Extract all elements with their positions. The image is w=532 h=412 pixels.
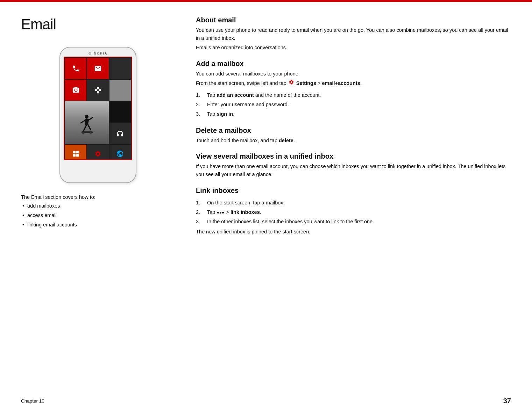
tile-black-1 (109, 101, 131, 122)
tile-gray-1 (109, 80, 131, 101)
link-step-num-1: 1. (196, 199, 206, 207)
phone-outer-shell: NOKIA (59, 47, 136, 183)
tile-office (65, 145, 86, 160)
add-mailbox-settings-para: From the start screen, swipe left and ta… (196, 79, 511, 88)
add-account-bold: add an account (217, 92, 254, 98)
svg-rect-10 (73, 151, 75, 153)
intro-text: The Email section covers how to: (21, 194, 175, 201)
heading-delete-mailbox: Delete a mailbox (196, 127, 511, 135)
tiles-grid (64, 57, 132, 145)
tile-gear (87, 145, 108, 160)
tile-dark-1 (109, 58, 131, 79)
bullet-item-1: add mailboxes (21, 201, 175, 211)
heading-about-email: About email (196, 16, 511, 24)
svg-line-4 (81, 120, 85, 123)
delete-mailbox-para: Touch and hold the mailbox, and tap dele… (196, 137, 511, 145)
sign-in-bold: sign in (217, 111, 233, 117)
step-num-1: 1. (196, 91, 206, 99)
step-num-3: 3. (196, 110, 206, 118)
tile-camera (65, 80, 86, 101)
svg-rect-11 (76, 151, 79, 153)
tile-ie (109, 145, 131, 160)
page-title: Email (21, 16, 175, 33)
heading-add-mailbox: Add a mailbox (196, 60, 511, 68)
svg-line-5 (88, 117, 93, 120)
link-inboxes-bold: link inboxes (230, 209, 260, 215)
svg-rect-12 (73, 154, 75, 157)
about-email-para1: You can use your phone to read and reply… (196, 26, 511, 42)
heading-view-unified: View several mailboxes in a unified inbo… (196, 152, 511, 160)
phone-camera (88, 52, 91, 55)
phone-bottom-area (63, 160, 133, 162)
svg-rect-13 (76, 154, 79, 157)
tile-email (87, 58, 108, 79)
left-column: Email NOKIA (21, 16, 175, 366)
step-2: 2. Enter your username and password. (196, 100, 511, 109)
right-column: About email You can use your phone to re… (196, 16, 511, 366)
tile-skater (65, 101, 109, 144)
page-footer: Chapter 10 37 (21, 397, 511, 405)
phone-mockup: NOKIA (21, 47, 175, 183)
phone-screen: ← ■ ○ (64, 57, 132, 160)
tile-headphones (109, 123, 131, 144)
step-1: 1. Tap add an account and the name of th… (196, 91, 511, 100)
add-mailbox-para1: You can add several mailboxes to your ph… (196, 70, 511, 78)
about-email-para2: Emails are organized into conversations. (196, 44, 511, 52)
dot-2 (220, 212, 221, 214)
bullet-item-3: linking email accounts (21, 220, 175, 230)
link-step-2: 2. Tap > link inboxes. (196, 208, 511, 217)
add-mailbox-steps: 1. Tap add an account and the name of th… (196, 91, 511, 119)
page-layout: Email NOKIA (0, 2, 532, 386)
settings-gear-icon (289, 79, 294, 87)
svg-point-0 (85, 115, 88, 119)
phone-brand: NOKIA (94, 52, 108, 55)
step-num-2: 2. (196, 101, 206, 109)
link-step-num-3: 3. (196, 218, 206, 226)
link-step-num-2: 2. (196, 208, 206, 216)
footer-chapter: Chapter 10 (21, 398, 44, 404)
footer-page-number: 37 (503, 397, 511, 405)
link-inboxes-steps: 1. On the start screen, tap a mailbox. 2… (196, 198, 511, 227)
link-step-3: 3. In the other inboxes list, select the… (196, 217, 511, 226)
svg-line-3 (88, 124, 91, 130)
dot-1 (217, 212, 219, 214)
unified-inbox-footer-text: The new unified inbox is pinned to the s… (196, 228, 511, 236)
link-step-1: 1. On the start screen, tap a mailbox. (196, 198, 511, 208)
three-dots-icon (217, 212, 224, 214)
left-intro-section: The Email section covers how to: add mai… (21, 194, 175, 230)
view-unified-para: If you have more than one email account,… (196, 162, 511, 179)
email-accounts-label: email+accounts (322, 80, 360, 86)
heading-link-inboxes: Link inboxes (196, 187, 511, 195)
dot-3 (222, 212, 224, 214)
step-3: 3. Tap sign in. (196, 109, 511, 119)
svg-line-2 (84, 124, 87, 131)
delete-bold: delete (279, 138, 293, 143)
tile-game (87, 80, 108, 101)
phone-top-area: NOKIA (63, 51, 133, 57)
bullet-list: add mailboxes access email linking email… (21, 201, 175, 230)
settings-label: Settings (296, 80, 316, 86)
tile-phone (65, 58, 86, 79)
bullet-item-2: access email (21, 211, 175, 220)
